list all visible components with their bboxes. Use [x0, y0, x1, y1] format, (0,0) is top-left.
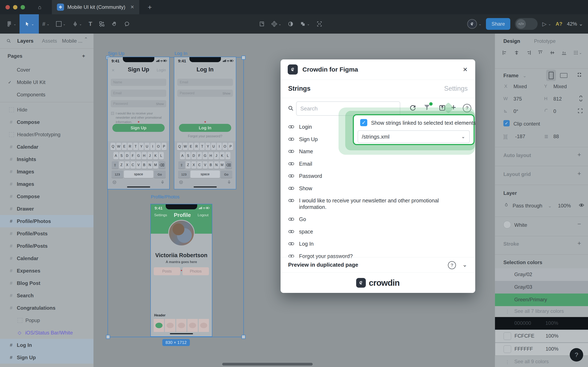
frame-label-login[interactable]: Log In: [175, 51, 187, 56]
align-bottom-icon[interactable]: [561, 50, 567, 55]
chevron-down-icon[interactable]: ⌄: [523, 73, 527, 79]
layer-row[interactable]: Log In: [0, 339, 93, 351]
rotation-value[interactable]: 0°: [513, 108, 518, 114]
selection-handle[interactable]: [242, 56, 245, 60]
move-tool-button[interactable]: ⌄: [19, 14, 39, 33]
layer-row[interactable]: Congratulations: [0, 302, 93, 314]
collapse-chevron-icon[interactable]: ⌄: [462, 261, 467, 268]
layer-row[interactable]: Images: [0, 166, 93, 178]
independent-corners-icon[interactable]: [577, 108, 583, 114]
account-menu[interactable]: ⌄: [467, 19, 481, 29]
chevron-down-icon[interactable]: ⌄: [350, 262, 353, 267]
frame-section-label[interactable]: Frame: [503, 73, 519, 79]
layer-row[interactable]: Header/Prototyping: [0, 128, 93, 141]
new-tab-button[interactable]: +: [148, 3, 152, 11]
chevron-up-icon[interactable]: ⌃: [84, 37, 88, 42]
macos-window-controls[interactable]: [5, 5, 25, 9]
zoom-menu[interactable]: 42% ⌄: [567, 21, 583, 27]
tab-prototype[interactable]: Prototype: [534, 38, 556, 44]
edit-object-button[interactable]: [256, 14, 268, 33]
layer-row[interactable]: iOS/Status Bar/White: [0, 326, 93, 339]
fill-style-swatch[interactable]: [503, 221, 511, 228]
comment-tool-button[interactable]: [121, 14, 133, 33]
close-window-button[interactable]: [5, 5, 10, 9]
preview-label[interactable]: Preview in duplicated page: [288, 262, 358, 268]
dev-resources-button[interactable]: [313, 14, 326, 33]
opacity-value[interactable]: 100%: [558, 203, 571, 209]
hex-color-row[interactable]: 000000 100%: [495, 317, 588, 330]
landscape-orientation-button[interactable]: [559, 70, 569, 81]
blend-mode-value[interactable]: Pass through: [512, 203, 542, 209]
signup-frame[interactable]: 9:41 ✕ Sign Up Login Name Email Password…: [108, 57, 169, 189]
close-tab-icon[interactable]: ✕: [130, 4, 134, 10]
align-right-icon[interactable]: [526, 50, 531, 55]
see-all-colors-link[interactable]: See all 9 colors: [514, 359, 549, 365]
file-select[interactable]: /strings.xml ⌄: [358, 130, 470, 143]
align-horizontal-center-icon[interactable]: [514, 50, 519, 55]
frame-tool-button[interactable]: #⌄: [39, 14, 53, 33]
add-auto-layout-button[interactable]: +: [577, 151, 581, 158]
layer-row[interactable]: Compose: [0, 190, 93, 203]
chevron-down-icon[interactable]: ⌄: [548, 203, 552, 209]
layer-row[interactable]: Search: [0, 289, 93, 302]
height-value[interactable]: 812: [553, 96, 562, 102]
pen-tool-button[interactable]: ⌄: [69, 14, 85, 33]
layer-row[interactable]: Blog Post: [0, 277, 93, 289]
main-menu-button[interactable]: ⌄: [3, 14, 19, 33]
tab-settings[interactable]: Settings: [444, 85, 468, 92]
zoom-window-button[interactable]: [21, 5, 25, 9]
page-item[interactable]: ✓ Cover: [0, 64, 93, 76]
shape-tool-button[interactable]: ⌄: [53, 14, 69, 33]
horizontal-scrollbar[interactable]: [222, 363, 313, 366]
minimize-window-button[interactable]: [13, 5, 17, 9]
layer-row[interactable]: Profile/Photos: [0, 215, 93, 227]
vertical-gap-value[interactable]: 88: [553, 133, 559, 139]
library-menu[interactable]: Mobile ...: [62, 38, 82, 44]
string-row[interactable]: Password: [281, 170, 475, 182]
corner-radius-value[interactable]: 0: [553, 108, 556, 114]
align-top-icon[interactable]: [538, 50, 543, 55]
string-row[interactable]: Show: [281, 182, 475, 195]
see-library-colors-link[interactable]: See all 7 library colors: [514, 308, 564, 314]
align-vertical-center-icon[interactable]: [550, 50, 555, 55]
selection-handle[interactable]: [242, 335, 245, 339]
hex-color-row[interactable]: FCFCFE 100%: [495, 330, 588, 343]
add-page-button[interactable]: +: [82, 53, 85, 59]
y-position-value[interactable]: Mixed: [553, 83, 567, 89]
tab-layers[interactable]: Layers: [17, 38, 34, 44]
layer-row[interactable]: Profile/Posts: [0, 240, 93, 252]
present-button[interactable]: ▷ ⌄: [542, 21, 551, 27]
mask-button[interactable]: [285, 14, 297, 33]
help-icon[interactable]: ?: [448, 261, 456, 269]
color-style-row[interactable]: Gray/03: [495, 281, 588, 293]
resources-tool-button[interactable]: [96, 14, 108, 33]
fill-style-name[interactable]: White: [514, 222, 527, 228]
layer-row[interactable]: Popup: [0, 314, 93, 326]
portrait-orientation-button[interactable]: [546, 70, 556, 81]
color-style-row[interactable]: Green/Primary: [495, 293, 588, 306]
layer-row[interactable]: Images: [0, 178, 93, 190]
page-item[interactable]: ✓ Components: [0, 88, 93, 101]
dev-mode-toggle[interactable]: </>: [515, 18, 538, 30]
align-left-icon[interactable]: [502, 50, 508, 55]
share-button[interactable]: Share: [486, 18, 510, 30]
add-layout-grid-button[interactable]: +: [577, 170, 581, 177]
add-stroke-button[interactable]: +: [577, 240, 581, 247]
color-style-row[interactable]: Gray/02: [495, 268, 588, 281]
string-row[interactable]: Log In: [281, 238, 475, 250]
search-icon[interactable]: [6, 38, 11, 43]
layer-row[interactable]: Expenses: [0, 265, 93, 277]
login-frame[interactable]: 9:41 Log In Email PasswordShow Log In Fo…: [174, 57, 236, 189]
close-icon[interactable]: ✕: [463, 66, 468, 73]
layer-row[interactable]: Drawer: [0, 203, 93, 215]
show-linked-checkbox[interactable]: ✓: [360, 119, 367, 126]
file-tab[interactable]: ❖ Mobile UI kit (Community) ✕: [52, 0, 139, 14]
string-row[interactable]: I would like to receive your newsletter …: [281, 194, 475, 213]
help-button[interactable]: ?: [570, 348, 583, 362]
layer-row[interactable]: Calendar: [0, 141, 93, 153]
tab-design[interactable]: Design: [503, 38, 520, 44]
component-button[interactable]: ⌄: [268, 14, 285, 33]
tidy-up-menu[interactable]: ⌄: [573, 50, 582, 55]
visibility-eye-icon[interactable]: [579, 202, 584, 208]
constrain-proportions-icon[interactable]: [578, 95, 584, 102]
